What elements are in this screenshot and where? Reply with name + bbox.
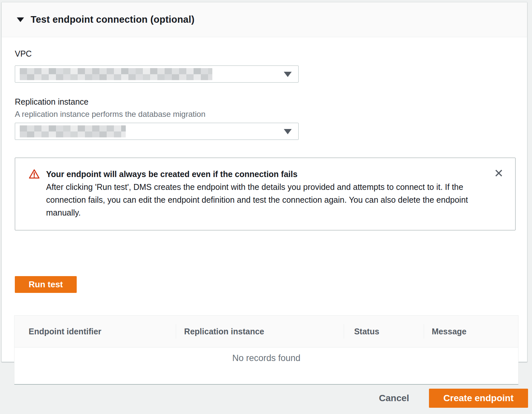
run-test-button[interactable]: Run test bbox=[15, 276, 77, 293]
replication-instance-label: Replication instance bbox=[15, 97, 89, 107]
column-header-replication-instance: Replication instance bbox=[176, 316, 343, 347]
warning-text-block: Your endpoint will always be created eve… bbox=[46, 168, 474, 219]
column-header-message: Message bbox=[424, 316, 518, 347]
replication-instance-select[interactable] bbox=[15, 123, 299, 140]
warning-alert: Your endpoint will always be created eve… bbox=[15, 158, 516, 230]
vpc-label: VPC bbox=[15, 49, 32, 59]
replication-instance-selected-value-redacted bbox=[20, 125, 126, 138]
empty-table-message: No records found bbox=[14, 348, 518, 384]
collapse-triangle-icon bbox=[17, 17, 24, 22]
chevron-down-icon bbox=[284, 72, 292, 77]
replication-instance-description: A replication instance performs the data… bbox=[15, 110, 205, 119]
connection-results-table: Endpoint identifier Replication instance… bbox=[14, 315, 519, 385]
warning-body: After clicking 'Run test', DMS creates t… bbox=[46, 181, 474, 219]
section-title: Test endpoint connection (optional) bbox=[31, 14, 195, 25]
test-endpoint-connection-section: Test endpoint connection (optional) VPC … bbox=[1, 2, 527, 362]
chevron-down-icon bbox=[284, 129, 292, 134]
warning-triangle-icon bbox=[29, 169, 40, 180]
column-header-endpoint-identifier: Endpoint identifier bbox=[14, 316, 176, 347]
section-header-toggle[interactable]: Test endpoint connection (optional) bbox=[2, 2, 527, 37]
cancel-button[interactable]: Cancel bbox=[379, 393, 409, 403]
column-header-status: Status bbox=[344, 316, 424, 347]
warning-title: Your endpoint will always be created eve… bbox=[46, 168, 474, 180]
vpc-select[interactable] bbox=[15, 65, 299, 83]
create-endpoint-button[interactable]: Create endpoint bbox=[429, 389, 528, 408]
form-footer-actions: Cancel Create endpoint bbox=[379, 389, 528, 408]
close-icon[interactable] bbox=[493, 168, 504, 178]
table-header-row: Endpoint identifier Replication instance… bbox=[14, 316, 518, 348]
vpc-selected-value-redacted bbox=[20, 68, 212, 80]
section-body: VPC Replication instance A replication i… bbox=[2, 37, 527, 362]
